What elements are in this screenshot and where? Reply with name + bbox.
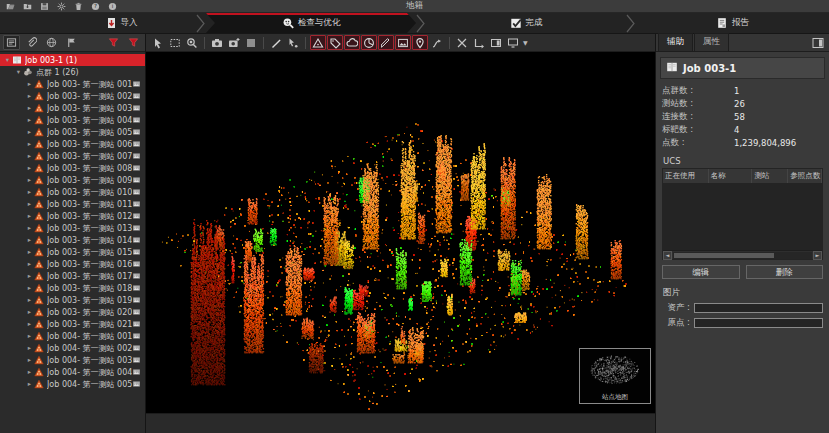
station-image-icon[interactable]: [132, 272, 141, 280]
folder-open-icon[interactable]: [4, 1, 16, 11]
pen-marker-button[interactable]: [378, 35, 394, 50]
station-image-icon[interactable]: [132, 176, 141, 184]
web-tab[interactable]: [43, 35, 60, 50]
tree-item-station[interactable]: ▸Job 004- 第一测站 005 (6): [0, 378, 145, 390]
dropdown-caret-icon[interactable]: ▼: [523, 39, 528, 46]
workflow-step-3[interactable]: 完成: [426, 13, 626, 33]
tree-item-station[interactable]: ▸Job 003- 第一测站 015 (4): [0, 246, 145, 258]
filter-stations-button[interactable]: [105, 35, 122, 50]
station-image-icon[interactable]: [132, 92, 141, 100]
tree-item-station[interactable]: ▸Job 004- 第一测站 003 (4): [0, 354, 145, 366]
station-image-icon[interactable]: [132, 164, 141, 172]
tree-item-station[interactable]: ▸Job 004- 第一测站 002 (6): [0, 342, 145, 354]
station-image-icon[interactable]: [132, 380, 141, 388]
scroll-left-arrow[interactable]: ◄: [663, 251, 672, 260]
pick-point-button[interactable]: [285, 35, 301, 50]
settings-gear-icon[interactable]: [55, 1, 67, 11]
workflow-step-1[interactable]: 导入: [46, 13, 196, 33]
tree-item-station[interactable]: ▸Job 004- 第一测站 004 (7): [0, 366, 145, 378]
tree-item-pointgroup[interactable]: ▾点群 1 (26): [0, 66, 145, 78]
image-field-input[interactable]: [694, 303, 823, 313]
tab-auxiliary[interactable]: 辅助: [658, 33, 693, 51]
station-image-icon[interactable]: [132, 116, 141, 124]
tree-item-station[interactable]: ▸Job 003- 第一测站 019 (2): [0, 294, 145, 306]
station-image-icon[interactable]: [132, 296, 141, 304]
tag-marker-button[interactable]: [327, 35, 343, 50]
station-image-icon[interactable]: [132, 236, 141, 244]
station-image-icon[interactable]: [132, 248, 141, 256]
panel-layout-icon[interactable]: [810, 36, 826, 50]
tab-properties[interactable]: 属性: [694, 33, 729, 51]
folder-import-icon[interactable]: [21, 1, 33, 11]
station-image-icon[interactable]: [132, 128, 141, 136]
tree-item-job[interactable]: ▾Job 003-1 (1): [0, 54, 145, 66]
tree-item-station[interactable]: ▸Job 003- 第一测站 010 (3): [0, 186, 145, 198]
measure-pen-button[interactable]: [268, 35, 284, 50]
markers-tab[interactable]: [63, 35, 80, 50]
station-image-icon[interactable]: [132, 344, 141, 352]
save-disk-icon[interactable]: [38, 1, 50, 11]
tree-item-station[interactable]: ▸Job 003- 第一测站 008 (2): [0, 162, 145, 174]
station-image-icon[interactable]: [132, 152, 141, 160]
station-image-icon[interactable]: [132, 320, 141, 328]
tree-item-station[interactable]: ▸Job 003- 第一测站 009 (3): [0, 174, 145, 186]
edit-button[interactable]: 编辑: [662, 265, 740, 279]
station-image-icon[interactable]: [132, 212, 141, 220]
route-path-button[interactable]: [429, 35, 445, 50]
pie-marker-button[interactable]: [361, 35, 377, 50]
tree-item-station[interactable]: ▸Job 003- 第一测站 002 (5): [0, 90, 145, 102]
tree-item-station[interactable]: ▸Job 003- 第一测站 013 (4): [0, 222, 145, 234]
info-icon[interactable]: i: [106, 1, 118, 11]
tree-item-station[interactable]: ▸Job 003- 第一测站 001 (6): [0, 78, 145, 90]
ucs-column-header[interactable]: 名称: [709, 169, 753, 183]
tree-item-station[interactable]: ▸Job 003- 第一测站 003 (4): [0, 102, 145, 114]
camera-add-button[interactable]: [226, 35, 242, 50]
station-image-icon[interactable]: [132, 308, 141, 316]
ucs-horizontal-scrollbar[interactable]: ◄ ►: [663, 250, 822, 259]
select-cursor-button[interactable]: [150, 35, 166, 50]
trash-icon[interactable]: [72, 1, 84, 11]
workflow-step-4[interactable]: 报告: [636, 13, 829, 33]
station-image-icon[interactable]: [132, 260, 141, 268]
pin-marker-button[interactable]: [412, 35, 428, 50]
help-icon[interactable]: ?: [89, 1, 101, 11]
split-view-button[interactable]: [454, 35, 470, 50]
tree-item-station[interactable]: ▸Job 004- 第一测站 001 (3): [0, 330, 145, 342]
station-image-icon[interactable]: [132, 80, 141, 88]
station-image-icon[interactable]: [132, 284, 141, 292]
delete-button[interactable]: 删除: [746, 265, 824, 279]
ucs-table-body[interactable]: [663, 184, 822, 250]
tree-item-station[interactable]: ▸Job 003- 第一测站 006 (4): [0, 138, 145, 150]
ucs-column-header[interactable]: 测站: [752, 169, 788, 183]
tree-item-station[interactable]: ▸Job 003- 第一测站 012 (5): [0, 210, 145, 222]
tree-item-station[interactable]: ▸Job 003- 第一测站 004 (5): [0, 114, 145, 126]
station-image-icon[interactable]: [132, 104, 141, 112]
workflow-step-2[interactable]: 检查与优化: [206, 13, 416, 33]
minimap[interactable]: 站点地图: [579, 348, 651, 404]
station-image-icon[interactable]: [132, 188, 141, 196]
tree-item-station[interactable]: ▸Job 003- 第一测站 014 (4): [0, 234, 145, 246]
tree-item-station[interactable]: ▸Job 003- 第一测站 016 (4): [0, 258, 145, 270]
station-marker-button[interactable]: [310, 35, 326, 50]
station-image-icon[interactable]: [132, 332, 141, 340]
rect-select-button[interactable]: [167, 35, 183, 50]
scroll-right-arrow[interactable]: ►: [813, 251, 822, 260]
tree-item-station[interactable]: ▸Job 003- 第一测站 020 (5): [0, 306, 145, 318]
camera-button[interactable]: [209, 35, 225, 50]
station-image-icon[interactable]: [132, 140, 141, 148]
ucs-column-header[interactable]: 正在使用: [663, 169, 709, 183]
station-image-icon[interactable]: [132, 200, 141, 208]
tree-item-station[interactable]: ▸Job 003- 第一测站 018 (4): [0, 282, 145, 294]
panel-view-button[interactable]: [488, 35, 504, 50]
tree-item-station[interactable]: ▸Job 003- 第一测站 021 (9): [0, 318, 145, 330]
image-field-input[interactable]: [694, 318, 823, 328]
tree-item-station[interactable]: ▸Job 003- 第一测站 017 (3): [0, 270, 145, 282]
station-image-icon[interactable]: [132, 356, 141, 364]
viewport-3d[interactable]: 站点地图: [146, 52, 655, 413]
scroll-track[interactable]: [673, 252, 812, 259]
corner-align-button[interactable]: [471, 35, 487, 50]
filter-images-button[interactable]: [125, 35, 142, 50]
scroll-thumb[interactable]: [674, 253, 774, 258]
tree-item-station[interactable]: ▸Job 003- 第一测站 011 (2): [0, 198, 145, 210]
image-marker-button[interactable]: [395, 35, 411, 50]
